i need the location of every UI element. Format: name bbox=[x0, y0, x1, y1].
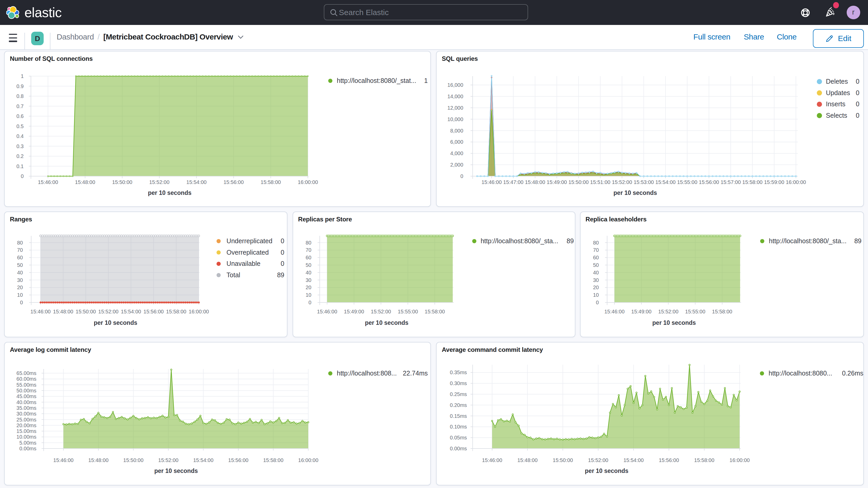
svg-text:20: 20 bbox=[17, 284, 23, 290]
svg-text:16:00:00: 16:00:00 bbox=[189, 309, 209, 314]
svg-text:15:46:00: 15:46:00 bbox=[53, 457, 73, 463]
svg-text:0: 0 bbox=[21, 173, 24, 179]
svg-text:0.35ms: 0.35ms bbox=[450, 369, 467, 375]
svg-text:15:53:00: 15:53:00 bbox=[633, 179, 654, 185]
svg-text:0: 0 bbox=[281, 260, 284, 267]
svg-text:16:00:00: 16:00:00 bbox=[298, 179, 318, 185]
svg-text:15:57:00: 15:57:00 bbox=[721, 179, 741, 185]
svg-text:16:00:00: 16:00:00 bbox=[298, 457, 318, 463]
svg-text:0.10ms: 0.10ms bbox=[450, 424, 467, 430]
svg-text:15:54:00: 15:54:00 bbox=[623, 457, 644, 463]
svg-text:Updates: Updates bbox=[826, 89, 850, 96]
svg-text:15:56:00: 15:56:00 bbox=[228, 457, 248, 463]
svg-text:0.20ms: 0.20ms bbox=[450, 402, 467, 408]
svg-text:40: 40 bbox=[305, 270, 311, 275]
svg-text:15:54:00: 15:54:00 bbox=[193, 457, 213, 463]
svg-text:0.8: 0.8 bbox=[17, 93, 24, 99]
svg-text:Unavailable: Unavailable bbox=[227, 260, 261, 267]
svg-text:0.26ms: 0.26ms bbox=[842, 369, 863, 377]
svg-text:15:52:00: 15:52:00 bbox=[612, 179, 632, 185]
svg-text:10,000: 10,000 bbox=[447, 116, 463, 122]
svg-text:0.4: 0.4 bbox=[17, 133, 24, 139]
svg-text:40.00ms: 40.00ms bbox=[17, 399, 36, 405]
svg-text:15:50:00: 15:50:00 bbox=[568, 179, 589, 185]
svg-text:0: 0 bbox=[856, 112, 860, 119]
svg-text:15:56:00: 15:56:00 bbox=[659, 457, 679, 463]
svg-text:15:58:00: 15:58:00 bbox=[694, 457, 714, 463]
svg-text:Deletes: Deletes bbox=[826, 78, 848, 85]
svg-text:0: 0 bbox=[596, 300, 598, 305]
svg-text:30.00ms: 30.00ms bbox=[17, 411, 36, 417]
svg-text:60: 60 bbox=[305, 255, 311, 261]
svg-text:89: 89 bbox=[854, 237, 861, 245]
svg-text:0.15ms: 0.15ms bbox=[450, 413, 467, 419]
svg-text:Inserts: Inserts bbox=[826, 100, 845, 108]
svg-text:80: 80 bbox=[593, 240, 598, 246]
svg-text:per 10 seconds: per 10 seconds bbox=[154, 467, 198, 474]
svg-text:10: 10 bbox=[593, 292, 598, 298]
svg-text:15:55:00: 15:55:00 bbox=[685, 309, 705, 314]
svg-text:15:56:00: 15:56:00 bbox=[223, 179, 244, 185]
svg-text:40: 40 bbox=[593, 270, 598, 275]
svg-text:Overreplicated: Overreplicated bbox=[227, 249, 269, 256]
svg-text:80: 80 bbox=[17, 240, 23, 246]
svg-text:70: 70 bbox=[593, 247, 598, 253]
svg-text:15:48:00: 15:48:00 bbox=[525, 179, 545, 185]
svg-text:Underreplicated: Underreplicated bbox=[227, 237, 273, 245]
svg-text:http://localhost:8080/_stat...: http://localhost:8080/_stat... bbox=[337, 77, 416, 84]
svg-text:70: 70 bbox=[305, 247, 311, 253]
svg-text:15:52:00: 15:52:00 bbox=[158, 457, 179, 463]
svg-text:http://localhost:8080...: http://localhost:8080... bbox=[769, 369, 832, 377]
svg-text:0.05ms: 0.05ms bbox=[450, 435, 467, 440]
svg-text:15:50:00: 15:50:00 bbox=[123, 457, 144, 463]
svg-text:0.7: 0.7 bbox=[17, 103, 24, 109]
svg-text:0: 0 bbox=[281, 249, 284, 256]
svg-text:20: 20 bbox=[305, 284, 311, 290]
svg-text:16:00:00: 16:00:00 bbox=[786, 179, 806, 185]
svg-text:89: 89 bbox=[566, 237, 574, 245]
svg-text:15:52:00: 15:52:00 bbox=[588, 457, 609, 463]
svg-text:15:58:00: 15:58:00 bbox=[166, 309, 186, 314]
svg-text:65.00ms: 65.00ms bbox=[17, 370, 36, 376]
svg-text:15:46:00: 15:46:00 bbox=[604, 309, 624, 314]
svg-text:15:46:00: 15:46:00 bbox=[482, 179, 502, 185]
svg-text:1: 1 bbox=[424, 77, 428, 84]
svg-text:15:48:00: 15:48:00 bbox=[518, 457, 538, 463]
svg-text:25.00ms: 25.00ms bbox=[17, 417, 36, 423]
svg-text:0: 0 bbox=[20, 300, 23, 305]
svg-text:15:50:00: 15:50:00 bbox=[75, 309, 96, 314]
svg-text:89: 89 bbox=[277, 271, 284, 279]
svg-text:2,000: 2,000 bbox=[451, 162, 463, 167]
svg-text:55.00ms: 55.00ms bbox=[17, 382, 36, 388]
svg-text:15:46:00: 15:46:00 bbox=[30, 309, 51, 314]
svg-text:0: 0 bbox=[460, 173, 463, 179]
svg-text:per 10 seconds: per 10 seconds bbox=[365, 319, 408, 326]
svg-text:per 10 seconds: per 10 seconds bbox=[94, 319, 137, 326]
svg-text:10: 10 bbox=[305, 292, 311, 298]
svg-text:15:58:00: 15:58:00 bbox=[712, 309, 732, 314]
svg-text:0.00ms: 0.00ms bbox=[19, 446, 36, 451]
svg-text:8,000: 8,000 bbox=[451, 128, 463, 133]
svg-text:15:55:00: 15:55:00 bbox=[677, 179, 697, 185]
svg-text:50.00ms: 50.00ms bbox=[17, 388, 36, 393]
svg-text:per 10 seconds: per 10 seconds bbox=[148, 189, 191, 196]
svg-text:14,000: 14,000 bbox=[447, 94, 463, 99]
svg-text:16:00:00: 16:00:00 bbox=[730, 457, 750, 463]
svg-text:per 10 seconds: per 10 seconds bbox=[614, 189, 657, 196]
svg-text:20.00ms: 20.00ms bbox=[17, 423, 36, 428]
svg-text:http://localhost:8080/_sta...: http://localhost:8080/_sta... bbox=[480, 237, 558, 245]
svg-text:80: 80 bbox=[305, 240, 311, 246]
svg-text:0.3: 0.3 bbox=[17, 144, 24, 149]
svg-text:0: 0 bbox=[281, 237, 284, 245]
svg-text:15:56:00: 15:56:00 bbox=[699, 179, 719, 185]
svg-text:http://localhost:808...: http://localhost:808... bbox=[337, 369, 397, 377]
svg-text:22.74ms: 22.74ms bbox=[403, 369, 428, 377]
svg-text:40: 40 bbox=[17, 270, 23, 275]
svg-text:15:58:00: 15:58:00 bbox=[261, 179, 281, 185]
svg-text:15:56:00: 15:56:00 bbox=[144, 309, 164, 314]
svg-text:per 10 seconds: per 10 seconds bbox=[585, 467, 628, 474]
svg-text:50: 50 bbox=[305, 262, 311, 268]
svg-text:per 10 seconds: per 10 seconds bbox=[652, 319, 695, 326]
svg-text:35.00ms: 35.00ms bbox=[17, 405, 36, 411]
svg-text:15:52:00: 15:52:00 bbox=[658, 309, 678, 314]
